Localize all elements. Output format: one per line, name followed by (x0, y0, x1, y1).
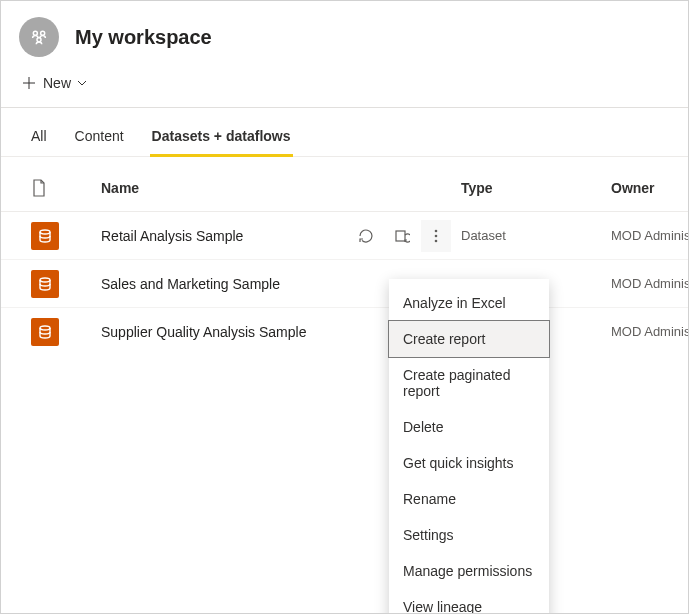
svg-point-7 (435, 239, 438, 242)
menu-delete[interactable]: Delete (389, 409, 549, 445)
menu-view-lineage[interactable]: View lineage (389, 589, 549, 614)
svg-point-1 (41, 31, 45, 35)
tab-all[interactable]: All (29, 122, 49, 156)
row-owner: MOD Administrator (611, 228, 689, 243)
menu-manage-permissions[interactable]: Manage permissions (389, 553, 549, 589)
table-header: Name Type Owner (1, 165, 688, 211)
menu-settings[interactable]: Settings (389, 517, 549, 553)
row-name[interactable]: Retail Analysis Sample (101, 228, 331, 244)
tab-content[interactable]: Content (73, 122, 126, 156)
row-actions (331, 225, 421, 247)
row-owner: MOD Administrator (611, 276, 689, 291)
svg-point-9 (40, 326, 50, 330)
svg-rect-4 (396, 231, 405, 241)
menu-create-report[interactable]: Create report (389, 321, 549, 357)
chevron-down-icon (77, 78, 87, 88)
file-icon (31, 179, 101, 197)
dataset-icon (31, 270, 59, 298)
refresh-icon[interactable] (355, 225, 377, 247)
new-button[interactable]: New (19, 71, 89, 95)
datasets-table: Name Type Owner Retail Analysis Sample D… (1, 157, 688, 355)
more-options-button[interactable] (421, 220, 451, 252)
row-name[interactable]: Sales and Marketing Sample (101, 276, 331, 292)
table-row[interactable]: Sales and Marketing Sample MOD Administr… (1, 259, 688, 307)
menu-quick-insights[interactable]: Get quick insights (389, 445, 549, 481)
new-button-label: New (43, 75, 71, 91)
dataset-icon (31, 318, 59, 346)
column-type[interactable]: Type (461, 180, 611, 196)
schedule-refresh-icon[interactable] (391, 225, 413, 247)
workspace-title: My workspace (75, 26, 212, 49)
tab-bar: All Content Datasets + dataflows (1, 108, 688, 157)
plus-icon (21, 75, 37, 91)
svg-point-0 (33, 31, 37, 35)
column-owner[interactable]: Owner (611, 180, 672, 196)
column-name[interactable]: Name (101, 180, 421, 196)
svg-point-6 (435, 234, 438, 237)
svg-point-2 (37, 38, 41, 42)
workspace-avatar-icon (19, 17, 59, 57)
menu-rename[interactable]: Rename (389, 481, 549, 517)
row-owner: MOD Administrator (611, 324, 689, 339)
workspace-header: My workspace (1, 1, 688, 65)
row-type: Dataset (461, 228, 611, 243)
svg-point-5 (435, 229, 438, 232)
context-menu: Analyze in Excel Create report Create pa… (389, 279, 549, 614)
toolbar: New (1, 65, 688, 107)
svg-point-8 (40, 278, 50, 282)
menu-analyze-in-excel[interactable]: Analyze in Excel (389, 285, 549, 321)
menu-create-paginated-report[interactable]: Create paginated report (389, 357, 549, 409)
tab-datasets-dataflows[interactable]: Datasets + dataflows (150, 122, 293, 156)
table-row[interactable]: Supplier Quality Analysis Sample MOD Adm… (1, 307, 688, 355)
table-row[interactable]: Retail Analysis Sample Dataset MOD Admin… (1, 211, 688, 259)
row-name[interactable]: Supplier Quality Analysis Sample (101, 324, 331, 340)
dataset-icon (31, 222, 59, 250)
svg-point-3 (40, 230, 50, 234)
